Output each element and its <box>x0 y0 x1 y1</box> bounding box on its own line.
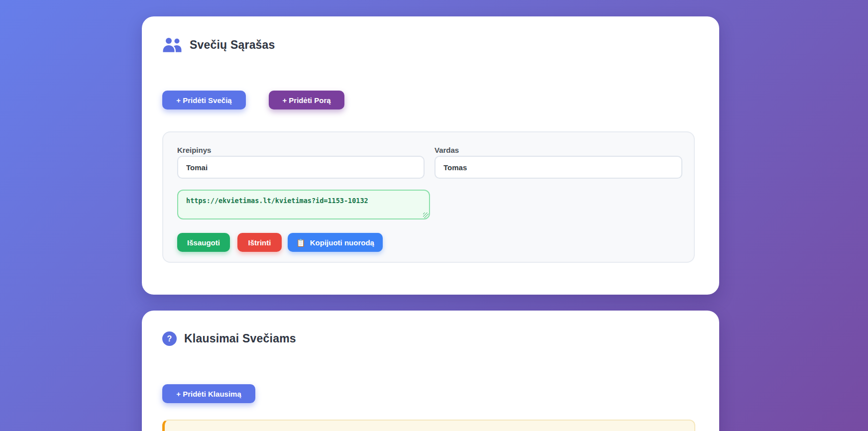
questions-card-header: ? Klausimai Svečiams <box>162 331 296 346</box>
invite-link-textarea[interactable]: https://ekvietimas.lt/kvietimas?id=1153-… <box>177 190 430 219</box>
copy-link-button[interactable]: 📋 Kopijuoti nuorodą <box>288 233 383 252</box>
name-input[interactable] <box>434 156 682 179</box>
salutation-input[interactable] <box>177 156 425 179</box>
guest-entry-panel: Kreipinys Vardas https://ekvietimas.lt/k… <box>162 131 695 263</box>
guest-card-header: Svečių Sąrašas <box>162 37 275 52</box>
question-entry-panel <box>162 420 695 431</box>
invite-link-box: https://ekvietimas.lt/kvietimas?id=1153-… <box>177 190 430 219</box>
add-couple-button[interactable]: + Pridėti Porą <box>269 91 344 109</box>
guest-card-title: Svečių Sąrašas <box>190 38 275 52</box>
name-label: Vardas <box>434 146 459 154</box>
questions-card: ? Klausimai Svečiams + Pridėti Klausimą <box>142 311 719 431</box>
questions-card-title: Klausimai Svečiams <box>184 332 296 345</box>
guest-entry-actions: Išsaugoti Ištrinti 📋 Kopijuoti nuorodą <box>177 233 383 252</box>
guest-list-card: Svečių Sąrašas + Pridėti Svečią + Pridėt… <box>142 16 719 295</box>
add-question-button[interactable]: + Pridėti Klausimą <box>162 384 255 403</box>
page-background: { "page": { "background_gradient_start":… <box>0 0 868 431</box>
salutation-label: Kreipinys <box>177 146 211 154</box>
guest-actions-row: + Pridėti Svečią + Pridėti Porą <box>162 91 344 109</box>
copy-link-label: Kopijuoti nuorodą <box>310 238 374 247</box>
clipboard-icon: 📋 <box>296 239 306 246</box>
delete-button[interactable]: Ištrinti <box>237 233 282 252</box>
users-icon <box>162 37 182 52</box>
add-guest-button[interactable]: + Pridėti Svečią <box>162 91 246 109</box>
save-button[interactable]: Išsaugoti <box>177 233 230 252</box>
question-icon: ? <box>162 331 177 346</box>
